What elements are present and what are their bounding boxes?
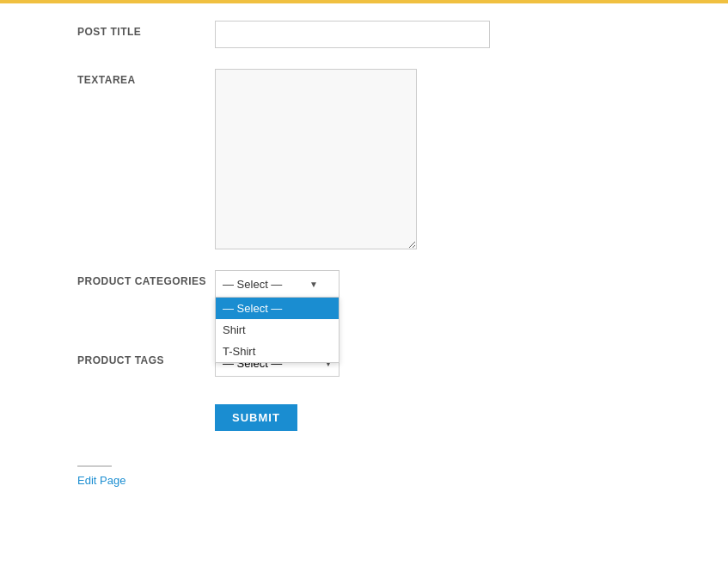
product-categories-selected-text: — Select — [223, 278, 282, 291]
product-categories-trigger[interactable]: — Select — ▼ [215, 270, 340, 298]
textarea-label: TEXTAREA [77, 69, 215, 86]
edit-page-link[interactable]: Edit Page [77, 474, 125, 487]
category-option-select[interactable]: — Select — [216, 298, 339, 319]
submit-button[interactable]: SUBMIT [215, 404, 297, 431]
category-option-shirt[interactable]: Shirt [216, 319, 339, 341]
category-option-tshirt[interactable]: T-Shirt [216, 341, 339, 362]
post-title-row: POST TITLE [77, 21, 651, 48]
product-tags-label: PRODUCT TAGS [77, 349, 215, 366]
dropdown-arrow-icon: ▼ [309, 280, 318, 289]
post-title-label: POST TITLE [77, 21, 215, 38]
product-tags-row: PRODUCT TAGS — Select — ▼ [77, 349, 651, 377]
product-categories-list: — Select — Shirt T-Shirt [215, 297, 340, 363]
product-categories-dropdown[interactable]: — Select — ▼ — Select — Shirt T-Shirt [215, 270, 340, 298]
submit-row: SUBMIT [215, 397, 651, 431]
post-title-input[interactable] [215, 21, 490, 48]
product-categories-label: PRODUCT CATEGORIES [77, 270, 215, 287]
edit-page-section [77, 465, 112, 474]
product-categories-row: PRODUCT CATEGORIES — Select — ▼ — Select… [77, 270, 651, 298]
textarea-row: TEXTAREA [77, 69, 651, 249]
textarea-input[interactable] [215, 69, 417, 249]
